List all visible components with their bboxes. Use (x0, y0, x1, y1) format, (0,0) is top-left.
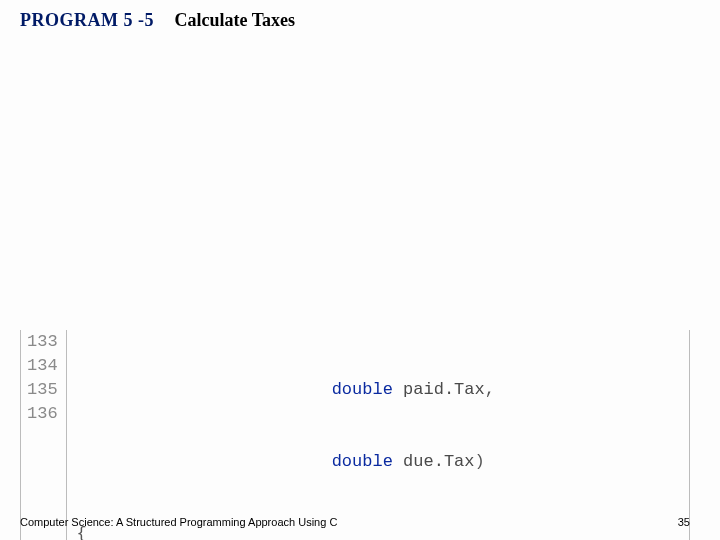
line-number: 136 (27, 402, 58, 426)
token-identifier: paid.Tax (403, 380, 485, 399)
line-number: 135 (27, 378, 58, 402)
line-number: 133 (27, 330, 58, 354)
token-punctuation: , (485, 380, 495, 399)
code-line: double paid.Tax, (77, 378, 689, 402)
token-identifier: due.Tax (403, 452, 474, 471)
slide-footer: Computer Science: A Structured Programmi… (20, 516, 690, 528)
line-number: 134 (27, 354, 58, 378)
program-label: PROGRAM 5 -5 (20, 10, 154, 30)
line-number-gutter: 133 134 135 136 (20, 330, 67, 540)
code-listing: 133 134 135 136 double paid.Tax, double … (20, 330, 690, 540)
token-punctuation: ) (475, 452, 485, 471)
footer-book-title: Computer Science: A Structured Programmi… (20, 516, 337, 528)
program-title: Calculate Taxes (174, 10, 295, 30)
token-type: double (332, 380, 393, 399)
slide-heading: PROGRAM 5 -5 Calculate Taxes (20, 10, 295, 32)
token-type: double (332, 452, 393, 471)
code-line: double due.Tax) (77, 450, 689, 474)
code-body: double paid.Tax, double due.Tax) { // St… (67, 330, 689, 540)
footer-page-number: 35 (678, 516, 690, 528)
